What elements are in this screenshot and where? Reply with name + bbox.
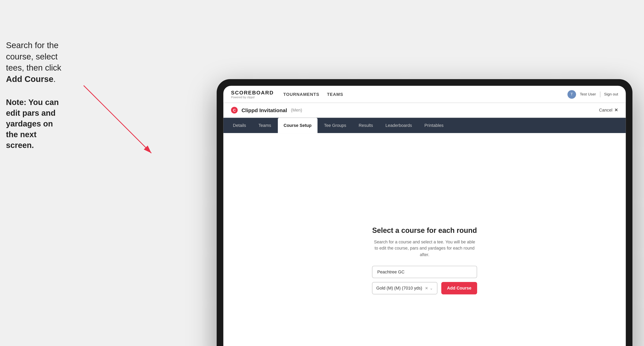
tablet-screen: SCOREBOARD Powered by clippd TOURNAMENTS… (224, 86, 626, 346)
clippd-icon: C (231, 107, 238, 114)
main-content: Select a course for each round Search fo… (224, 133, 626, 346)
user-name: Test User (580, 92, 596, 96)
tablet-device: SCOREBOARD Powered by clippd TOURNAMENTS… (217, 79, 632, 346)
tab-results[interactable]: Results (353, 118, 379, 133)
tab-course-setup[interactable]: Course Setup (278, 118, 317, 133)
page-root: Search for the course, select tees, then… (0, 0, 644, 346)
tab-nav: Details Teams Course Setup Tee Groups Re… (224, 118, 626, 133)
instruction-bold: Add Course (6, 74, 53, 84)
nav-teams[interactable]: TEAMS (327, 92, 343, 97)
cancel-icon: ✕ (614, 108, 618, 113)
course-select-title: Select a course for each round (372, 226, 477, 234)
svg-line-1 (84, 86, 151, 153)
cancel-label: Cancel (599, 108, 612, 113)
nav-tournaments[interactable]: TOURNAMENTS (283, 92, 320, 97)
cancel-button[interactable]: Cancel ✕ (599, 108, 618, 113)
logo-title: SCOREBOARD (231, 90, 274, 95)
tab-printables[interactable]: Printables (418, 118, 449, 133)
tournament-title-area: C Clippd Invitational (Men) (231, 107, 302, 114)
course-select-subtitle: Search for a course and select a tee. Yo… (372, 239, 477, 258)
instruction-panel: Search for the course, select tees, then… (6, 40, 64, 151)
tab-details[interactable]: Details (227, 118, 252, 133)
sign-out-link[interactable]: Sign out (604, 92, 618, 96)
add-course-button[interactable]: Add Course (441, 282, 477, 295)
arrow-annotation (52, 70, 191, 189)
instruction-text: Search for the course, select tees, then… (6, 40, 64, 85)
tee-clear-icon[interactable]: ✕ (425, 286, 428, 291)
tee-select[interactable]: Gold (M) (M) (7010 yds) ✕ ⌄ (372, 282, 438, 295)
tab-leaderboards[interactable]: Leaderboards (380, 118, 418, 133)
app-header: SCOREBOARD Powered by clippd TOURNAMENTS… (224, 86, 626, 103)
instruction-note: Note: You can edit pars and yardages on … (6, 97, 64, 151)
logo-subtitle: Powered by clippd (231, 96, 274, 98)
tee-select-row: Gold (M) (M) (7010 yds) ✕ ⌄ Add Course (372, 282, 477, 295)
tournament-header: C Clippd Invitational (Men) Cancel ✕ (224, 103, 626, 118)
tee-select-value: Gold (M) (M) (7010 yds) (376, 286, 422, 291)
header-divider (600, 91, 600, 97)
logo-area: SCOREBOARD Powered by clippd (231, 90, 274, 98)
user-avatar: T (567, 90, 576, 98)
tab-tee-groups[interactable]: Tee Groups (318, 118, 352, 133)
course-search-input[interactable] (372, 266, 477, 278)
tee-select-controls: ✕ ⌄ (425, 286, 433, 291)
tournament-sub: (Men) (291, 108, 302, 113)
tee-dropdown-icon[interactable]: ⌄ (430, 286, 433, 291)
header-right: T Test User Sign out (567, 90, 618, 98)
tournament-name: Clippd Invitational (242, 107, 287, 113)
nav-items: TOURNAMENTS TEAMS (283, 92, 568, 97)
tab-teams[interactable]: Teams (253, 118, 277, 133)
